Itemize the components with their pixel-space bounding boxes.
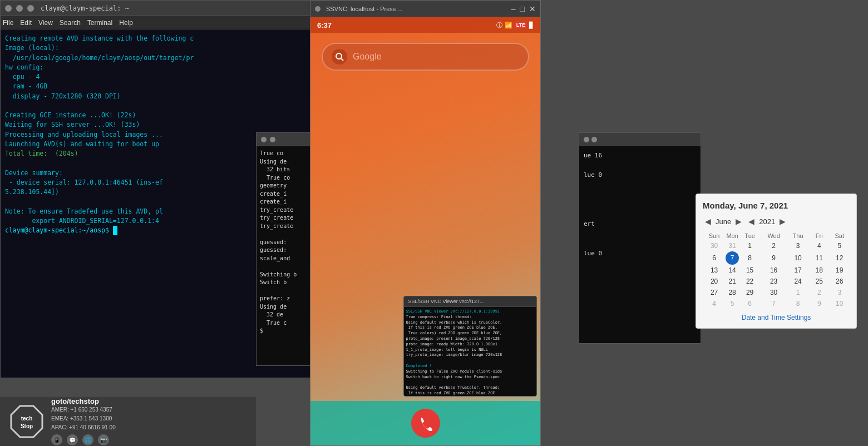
signal-icon: 📶	[505, 22, 512, 29]
close-icon[interactable]	[5, 5, 12, 12]
menu-search[interactable]: Search	[60, 19, 81, 27]
calendar-day[interactable]: 30	[761, 287, 787, 298]
calendar-day[interactable]: 2	[809, 287, 829, 298]
social-icon-1[interactable]: 📱	[51, 434, 62, 445]
calendar-day[interactable]: 18	[809, 265, 829, 276]
calendar-day[interactable]: 25	[809, 276, 829, 287]
calendar-grid: Sun Mon Tue Wed Thu Fri Sat 303112345678…	[703, 231, 850, 309]
calendar-day[interactable]: 13	[703, 265, 726, 276]
calendar-day[interactable]: 11	[809, 251, 829, 265]
vnc-popup-content: SSL/SSH VNC Viewer vnc://127.0.0.1:39991…	[404, 307, 536, 396]
dow-wed: Wed	[761, 231, 787, 240]
social-icon-3[interactable]: 🌐	[82, 434, 93, 445]
calendar-day[interactable]: 6	[739, 298, 761, 309]
vnc-line: Switch back to right now the Pseudo-spec	[406, 375, 534, 380]
calendar-day[interactable]: 27	[703, 287, 726, 298]
ssvnc-minimize-btn[interactable]: –	[511, 5, 516, 13]
ssvnc-close-btn[interactable]: ✕	[529, 5, 536, 13]
calendar-day[interactable]: 30	[703, 240, 726, 251]
techstop-emea: EMEA: +353 1 543 1300	[51, 414, 116, 423]
close-icon-rt[interactable]	[584, 137, 589, 142]
phone-button[interactable]	[411, 409, 440, 438]
ssvnc-maximize-btn[interactable]: □	[520, 5, 525, 13]
minimize-icon[interactable]	[16, 5, 23, 12]
calendar-day[interactable]: 5	[726, 298, 739, 309]
calendar-day[interactable]: 20	[703, 276, 726, 287]
menu-file[interactable]: File	[3, 19, 13, 27]
techstop-logo: tech Stop	[9, 404, 45, 439]
calendar-day[interactable]: 4	[703, 298, 726, 309]
terminal-titlebar-1: claym@claym-special: ~	[1, 1, 311, 16]
rt-line: ue 16	[584, 151, 696, 161]
calendar-day[interactable]: 7	[726, 251, 739, 265]
calendar-day[interactable]: 16	[761, 265, 787, 276]
term-line: hw config:	[5, 63, 307, 72]
calendar-day[interactable]: 26	[829, 276, 850, 287]
right-terminal-body: ue 16 lue 0 ert lue 0	[579, 146, 701, 263]
terminal-title-1: claym@claym-special: ~	[41, 4, 129, 12]
maximize-icon-rt[interactable]	[591, 137, 597, 142]
calendar-day[interactable]: 6	[703, 251, 726, 265]
techstop-bar: tech Stop goto/techstop AMER: +1 650 253…	[0, 396, 256, 446]
menu-help[interactable]: Help	[119, 19, 133, 27]
google-search-bar[interactable]: Google	[322, 43, 529, 71]
calendar-day[interactable]: 9	[761, 251, 787, 265]
next-month-btn[interactable]: ▶	[733, 216, 744, 227]
calendar-day[interactable]: 2	[761, 240, 787, 251]
svg-point-0	[336, 53, 342, 59]
calendar-day[interactable]: 21	[726, 276, 739, 287]
prev-month-btn[interactable]: ◀	[703, 216, 713, 227]
techstop-social-icons: 📱 💬 🌐 📷	[51, 434, 116, 445]
techstop-amer: AMER: +1 650 253 4357	[51, 405, 116, 414]
minimize-icon-2[interactable]	[270, 137, 275, 142]
calendar-day[interactable]: 23	[761, 276, 787, 287]
calendar-day[interactable]: 28	[726, 287, 739, 298]
rt-line	[584, 200, 696, 210]
calendar-day[interactable]: 24	[787, 276, 809, 287]
ssvnc-dot	[315, 6, 320, 12]
calendar-day[interactable]: 3	[829, 287, 850, 298]
calendar-day[interactable]: 1	[787, 287, 809, 298]
menu-edit[interactable]: Edit	[20, 19, 32, 27]
social-icon-4[interactable]: 📷	[98, 434, 109, 445]
android-screen: 6:37 ⓘ 📶 LTE ▊ Google	[310, 17, 540, 445]
calendar-day[interactable]: 22	[739, 276, 761, 287]
vnc-popup[interactable]: SSL/SSH VNC Viewer vnc://127... SSL/SSH …	[403, 296, 537, 397]
dow-sun: Sun	[703, 231, 726, 240]
dow-tue: Tue	[739, 231, 761, 240]
calendar-day[interactable]: 31	[726, 240, 739, 251]
vnc-line: Using default verbose which is trueColor…	[406, 320, 534, 326]
calendar-day[interactable]: 19	[829, 265, 850, 276]
next-year-btn[interactable]: ▶	[777, 216, 788, 227]
calendar-day[interactable]: 1	[739, 240, 761, 251]
calendar-day[interactable]: 15	[739, 265, 761, 276]
prev-year-btn[interactable]: ◀	[746, 216, 757, 227]
calendar-day[interactable]: 14	[726, 265, 739, 276]
term-line: cpu - 4	[5, 72, 307, 82]
rt-line	[584, 210, 696, 220]
calendar-day[interactable]: 10	[787, 251, 809, 265]
menu-view[interactable]: View	[38, 19, 53, 27]
calendar-day[interactable]: 8	[787, 298, 809, 309]
close-icon-2[interactable]	[261, 137, 267, 142]
calendar-day[interactable]: 7	[761, 298, 787, 309]
menu-terminal[interactable]: Terminal	[87, 19, 112, 27]
maximize-icon[interactable]	[27, 5, 34, 12]
lte-badge: LTE	[515, 22, 527, 28]
right-terminal: ue 16 lue 0 ert lue 0	[579, 132, 701, 344]
calendar-day[interactable]: 29	[739, 287, 761, 298]
calendar-day[interactable]: 3	[787, 240, 809, 251]
calendar-day[interactable]: 4	[809, 240, 829, 251]
vnc-line: Completed !	[406, 364, 534, 369]
social-icon-2[interactable]: 💬	[67, 434, 78, 445]
calendar-day[interactable]: 5	[829, 240, 850, 251]
calendar-footer[interactable]: Date and Time Settings	[703, 314, 850, 321]
calendar-day[interactable]: 10	[829, 298, 850, 309]
calendar-day[interactable]: 12	[829, 251, 850, 265]
techstop-info: goto/techstop AMER: +1 650 253 4357 EMEA…	[51, 397, 116, 445]
term-line: Creating remote AVD instance with the fo…	[5, 34, 307, 43]
calendar-year: 2021	[759, 217, 775, 226]
calendar-day[interactable]: 17	[787, 265, 809, 276]
calendar-day[interactable]: 9	[809, 298, 829, 309]
calendar-day[interactable]: 8	[739, 251, 761, 265]
